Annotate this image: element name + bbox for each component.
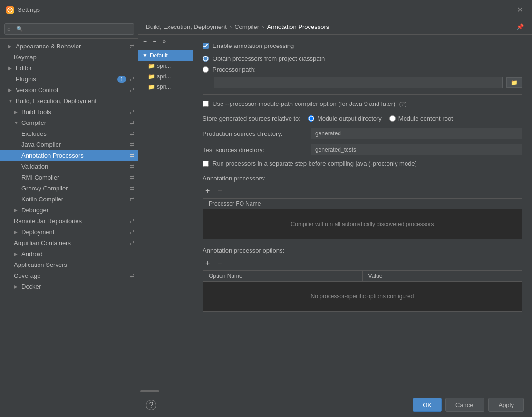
sidebar-item-label: Excludes [21,130,47,137]
tree-item-sub-3[interactable]: 📁 spri... [138,82,193,92]
tree-item-default[interactable]: ▼ Default [138,50,193,61]
sidebar-item-android[interactable]: ▶ Android [0,248,138,259]
tree-more-button[interactable]: » [160,37,168,46]
breadcrumb-part-1: Build, Execution, Deployment [146,23,227,30]
title-bar-left: Settings [6,6,40,14]
production-sources-input[interactable] [311,128,522,139]
sidebar-item-coverage[interactable]: Coverage ⇄ [0,270,138,281]
sidebar-item-arquillian[interactable]: Arquillian Containers ⇄ [0,237,138,248]
processors-empty-message: Compiler will run all automatically disc… [207,213,518,235]
sidebar-item-label: Validation [21,163,48,170]
sidebar-item-groovy-compiler[interactable]: Groovy Compiler ⇄ [0,183,138,194]
processors-toolbar: + − [203,186,522,196]
search-wrapper: ⌕ [4,23,134,35]
sidebar-item-debugger[interactable]: ▶ Debugger [0,205,138,216]
enable-annotation-checkbox[interactable] [203,43,209,49]
sidebar-item-label: Application Servers [14,261,67,268]
sidebar-item-appearance[interactable]: ▶ Appearance & Behavior ⇄ [0,41,138,52]
tree-item-sub-2[interactable]: 📁 spri... [138,71,193,82]
use-processor-module-checkbox[interactable] [203,101,209,107]
sidebar-item-keymap[interactable]: Keymap [0,52,138,63]
tree-item-sub-1[interactable]: 📁 spri... [138,61,193,71]
module-output-radio[interactable] [308,115,314,122]
arrow-icon: ▶ [14,208,19,213]
value-header: Value [363,271,522,281]
ok-button[interactable]: OK [413,398,442,412]
arrow-icon: ▼ [14,120,19,125]
browse-button[interactable]: 📁 [506,77,522,88]
breadcrumb-part-3: Annotation Processors [267,23,329,30]
sidebar-item-label: Plugins [16,76,36,83]
run-processors-checkbox[interactable] [203,161,209,167]
tree-sub-label: spri... [157,73,171,80]
tree-sub-label: spri... [157,63,171,69]
sidebar-item-plugins[interactable]: ▶ Plugins 1 ⇄ [0,74,138,85]
sync-icon: ⇄ [130,120,134,126]
options-empty-message: No processor-specific options configured [207,285,518,307]
production-sources-label: Production sources directory: [203,130,307,137]
options-table: Option Name Value No processor-specific … [203,270,522,312]
sidebar-item-build-tools[interactable]: ▶ Build Tools ⇄ [0,106,138,117]
processor-path-radio-row: Processor path: [203,66,522,73]
remove-option-button[interactable]: − [214,258,224,268]
obtain-classpath-radio[interactable] [203,56,209,62]
sidebar-item-docker[interactable]: ▶ Docker [0,281,138,292]
sync-icon: ⇄ [130,185,134,191]
pin-icon[interactable]: 📌 [516,23,524,30]
sidebar-item-validation[interactable]: Validation ⇄ [0,161,138,172]
sidebar-item-label: Debugger [21,207,48,214]
module-content-radio[interactable] [389,115,396,122]
apply-button[interactable]: Apply [488,398,524,412]
sidebar-item-app-servers[interactable]: Application Servers [0,259,138,270]
sidebar-item-excludes[interactable]: Excludes ⇄ [0,128,138,139]
folder-icon: 📁 [148,63,155,69]
test-sources-input[interactable] [311,144,522,155]
plugins-badge: 1 [117,76,126,83]
sidebar-item-annotation-processors[interactable]: Annotation Processors ⇄ [0,150,138,161]
horizontal-scrollbar[interactable] [138,389,193,393]
sidebar-item-editor[interactable]: ▶ Editor [0,63,138,74]
sidebar-item-label: Appearance & Behavior [16,43,81,50]
use-processor-module-row: Use --processor-module-path compiler opt… [203,100,522,107]
processors-table-body: Compiler will run all automatically disc… [203,209,522,239]
help-question-icon: (?) [399,100,406,107]
add-processor-button[interactable]: + [203,186,213,196]
app-icon [6,6,14,14]
tree-add-button[interactable]: + [141,37,149,46]
breadcrumb: Build, Execution, Deployment › Compiler … [138,19,532,35]
processor-path-radio[interactable] [203,66,209,73]
sidebar-item-remote-jar[interactable]: Remote Jar Repositories ⇄ [0,216,138,227]
sidebar-item-compiler[interactable]: ▼ Compiler ⇄ [0,117,138,128]
bottom-bar: ? OK Cancel Apply [138,393,532,417]
sidebar-item-label: Docker [21,283,41,290]
sidebar-item-java-compiler[interactable]: Java Compiler ⇄ [0,139,138,150]
sync-icon: ⇄ [130,218,134,224]
sidebar-item-kotlin-compiler[interactable]: Kotlin Compiler ⇄ [0,194,138,205]
sync-icon: ⇄ [130,152,134,159]
sidebar-item-label: Build, Execution, Deployment [16,97,97,104]
close-button[interactable]: ✕ [514,4,526,15]
obtain-classpath-label: Obtain processors from project classpath [213,55,325,62]
title-bar: Settings ✕ [0,0,532,19]
cancel-button[interactable]: Cancel [445,398,484,412]
sidebar-item-rmi-compiler[interactable]: RMI Compiler ⇄ [0,172,138,183]
main-content: ⌕ ▶ Appearance & Behavior ⇄ Keymap ▶ [0,19,532,417]
sidebar-item-version-control[interactable]: ▶ Version Control ⇄ [0,85,138,95]
sidebar-item-label: Keymap [14,54,37,61]
tree-item-label: Default [150,52,168,59]
help-button[interactable]: ? [146,400,156,410]
tree-remove-button[interactable]: − [151,37,158,46]
add-option-button[interactable]: + [203,258,213,268]
sidebar-item-label: Groovy Compiler [21,185,68,192]
sidebar-item-deployment[interactable]: ▶ Deployment ⇄ [0,227,138,237]
option-name-header: Option Name [203,271,363,281]
sidebar-item-label: Deployment [21,228,54,236]
options-toolbar: + − [203,258,522,268]
remove-processor-button[interactable]: − [214,186,224,196]
processor-path-input[interactable] [214,77,503,88]
sidebar-item-build-exec-deploy[interactable]: ▼ Build, Execution, Deployment [0,95,138,106]
test-sources-row: Test sources directory: [203,144,522,155]
search-input[interactable] [4,23,134,35]
module-output-label: Module output directory [317,115,382,122]
sync-icon: ⇄ [130,131,134,137]
